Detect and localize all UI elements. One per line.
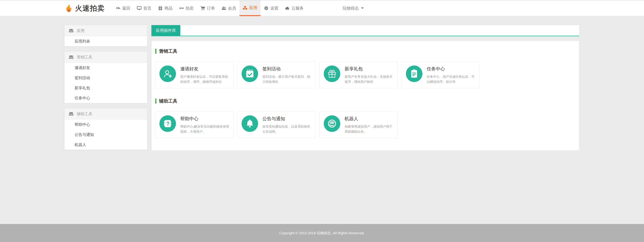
flame-icon (64, 3, 73, 14)
app-card-desc: 新用户专享充值大礼包，充值按天返币，增加用户粘性 (344, 74, 394, 84)
sidebar-item-robot[interactable]: 机器人 (64, 140, 147, 150)
sidebar-item-invite-friends[interactable]: 邀请好友 (64, 63, 147, 73)
sidebar-section-header: 营销工具 (64, 52, 147, 63)
sidebar-section-apps: 应用 应用列表 (64, 25, 147, 47)
nav-item-label: 返回 (122, 6, 130, 11)
sidebar-section-header: 应用 (64, 25, 147, 36)
app-card-newuser-pack[interactable]: 新享礼包 新用户专享充值大礼包，充值按天返币，增加用户粘性 (320, 62, 398, 88)
group-title-marketing: 营销工具 (155, 48, 575, 54)
app-card-title: 任务中心 (427, 66, 476, 72)
nav-item-auction[interactable]: 拍卖 (176, 0, 197, 16)
layout: 应用 应用列表 营销工具 邀请好友 签到活动 新享礼包 任务中心 (0, 16, 644, 155)
app-card-desc: 签到活动，吸引用户每天签到，助力营收增长 (262, 74, 311, 84)
help-book-icon: ? (160, 115, 176, 132)
sidebar: 应用 应用列表 营销工具 邀请好友 签到活动 新享礼包 任务中心 (64, 25, 147, 155)
sidebar-item-task-center[interactable]: 任务中心 (64, 93, 147, 103)
app-card-title: 邀请好友 (180, 66, 229, 72)
sidebar-section-marketing: 营销工具 邀请好友 签到活动 新享礼包 任务中心 (64, 52, 147, 103)
nav-item-members[interactable]: 会员 (218, 0, 240, 16)
nav-item-label: 商品 (164, 6, 172, 11)
brand-name: 火速拍卖 (75, 4, 105, 13)
app-card-body: 帮助中心 帮助中心,解决常见问题和模块使用指南，方便用户。 (180, 115, 229, 134)
svg-text:?: ? (166, 121, 170, 127)
nav-item-label: 拍卖 (186, 6, 194, 11)
nav-item-back[interactable]: 返回 (112, 0, 134, 16)
robot-icon (324, 115, 340, 132)
nav-item-label: 会员 (228, 6, 236, 11)
app-card-help-center[interactable]: ? 帮助中心 帮助中心,解决常见问题和模块使用指南，方便用户。 (155, 111, 233, 138)
nav-item-goods[interactable]: 商品 (155, 0, 176, 16)
nav-item-settings[interactable]: 设置 (260, 0, 282, 16)
cloud-icon (285, 6, 290, 11)
sidebar-item-help-center[interactable]: 帮助中心 (64, 119, 147, 130)
inbox-icon (69, 55, 74, 59)
app-card-desc: 发布竞拍通知信息，以及系统相关公告说明。 (262, 124, 311, 134)
sidebar-section-header: 辅助工具 (64, 108, 147, 119)
nav-item-label: 云服务 (292, 6, 304, 11)
app-card-desc: 任务中心，用户完成任务以后，可以赠送拍币、积分等 (427, 74, 476, 84)
app-library-panel: 营销工具 邀请好友 用户邀请好友以后，可以获取系统的拍币，增 (152, 41, 579, 150)
app-card-body: 公告与通知 发布竞拍通知信息，以及系统相关公告说明。 (262, 115, 311, 134)
inbox-icon (69, 29, 74, 33)
app-card-body: 任务中心 任务中心，用户完成任务以后，可以赠送拍币、积分等 (427, 65, 476, 84)
app-card-body: 签到活动 签到活动，吸引用户每天签到，助力营收增长 (262, 65, 311, 84)
cart-icon (200, 6, 205, 11)
user-dropdown[interactable]: 玩物得志 (342, 0, 364, 16)
app-card-desc: 帮助中心,解决常见问题和模块使用指南，方便用户。 (180, 124, 229, 134)
card-row-marketing: 邀请好友 用户邀请好友以后，可以获取系统的拍币，增币，购物币或积分 (155, 62, 575, 88)
app-card-desc: 用户邀请好友以后，可以获取系统的拍币，增币，购物币或积分 (180, 74, 229, 84)
gift-icon (158, 6, 163, 11)
bell-icon (242, 115, 258, 132)
arrows-h-icon (179, 6, 184, 11)
card-row-auxiliary: ? 帮助中心 帮助中心,解决常见问题和模块使用指南，方便用户。 (155, 111, 575, 138)
app-card-desc: 创建管理虚拟用户，虚拟用户用于系统辅助出价。 (344, 124, 394, 134)
chevron-down-icon (361, 8, 364, 9)
tab-app-plugin-library[interactable]: 应用插件库 (152, 25, 180, 36)
app-card-invite-friends[interactable]: 邀请好友 用户邀请好友以后，可以获取系统的拍币，增币，购物币或积分 (155, 62, 233, 88)
desktop-icon (137, 6, 142, 11)
app-card-title: 新享礼包 (344, 66, 394, 72)
app-card-task-center[interactable]: 任务中心 任务中心，用户完成任务以后，可以赠送拍币、积分等 (402, 62, 480, 88)
app-card-title: 公告与通知 (262, 116, 311, 122)
app-card-body: 邀请好友 用户邀请好友以后，可以获取系统的拍币，增币，购物币或积分 (180, 65, 229, 84)
sidebar-item-newuser-pack[interactable]: 新享礼包 (64, 83, 147, 93)
app-card-title: 帮助中心 (180, 116, 229, 122)
sidebar-item-checkin-activity[interactable]: 签到活动 (64, 73, 147, 83)
page-footer: Copyright © 2015-2018 玩物得志. All Rights R… (0, 224, 644, 242)
nav-item-label: 首页 (143, 6, 152, 11)
nav-item-apps[interactable]: 应用 (240, 0, 260, 16)
app-card-body: 机器人 创建管理虚拟用户，虚拟用户用于系统辅助出价。 (344, 115, 394, 134)
main-content: 应用插件库 营销工具 邀请好友 (152, 25, 579, 150)
page: 火速拍卖 返回 首页 商品 (0, 0, 644, 242)
top-navbar: 火速拍卖 返回 首页 商品 (0, 0, 644, 16)
sidebar-section-title: 营销工具 (77, 55, 92, 60)
tab-bar: 应用插件库 (152, 25, 579, 36)
sidebar-item-app-list[interactable]: 应用列表 (64, 36, 147, 46)
sidebar-item-announcements[interactable]: 公告与通知 (64, 130, 147, 140)
inbox-icon (69, 112, 74, 116)
reply-all-icon (116, 6, 120, 11)
app-card-title: 签到活动 (262, 66, 311, 72)
sidebar-section-auxiliary: 辅助工具 帮助中心 公告与通知 机器人 (64, 108, 147, 150)
app-card-body: 新享礼包 新用户专享充值大礼包，充值按天返币，增加用户粘性 (344, 65, 394, 84)
gift-box-icon (324, 65, 340, 82)
gear-icon (264, 6, 268, 11)
app-card-title: 机器人 (344, 116, 394, 122)
copyright-text: Copyright © 2015-2018 玩物得志. All Rights R… (279, 231, 365, 235)
app-card-announcements[interactable]: 公告与通知 发布竞拍通知信息，以及系统相关公告说明。 (238, 111, 316, 138)
group-title-auxiliary: 辅助工具 (155, 98, 575, 104)
nav-item-label: 订单 (207, 6, 215, 11)
user-name: 玩物得志 (342, 6, 359, 11)
nav-item-label: 应用 (249, 5, 257, 11)
app-card-checkin-activity[interactable]: 签到活动 签到活动，吸引用户每天签到，助力营收增长 (238, 62, 316, 88)
task-clipboard-icon (406, 65, 422, 82)
nav-item-label: 设置 (270, 6, 278, 11)
sidebar-section-title: 应用 (77, 28, 84, 33)
brand-logo[interactable]: 火速拍卖 (64, 0, 105, 16)
sidebar-section-title: 辅助工具 (77, 111, 92, 116)
nav-item-orders[interactable]: 订单 (197, 0, 218, 16)
nav-item-home[interactable]: 首页 (134, 0, 155, 16)
cubes-icon (243, 6, 247, 10)
nav-item-cloud[interactable]: 云服务 (282, 0, 307, 16)
app-card-robot[interactable]: 机器人 创建管理虚拟用户，虚拟用户用于系统辅助出价。 (320, 111, 398, 138)
